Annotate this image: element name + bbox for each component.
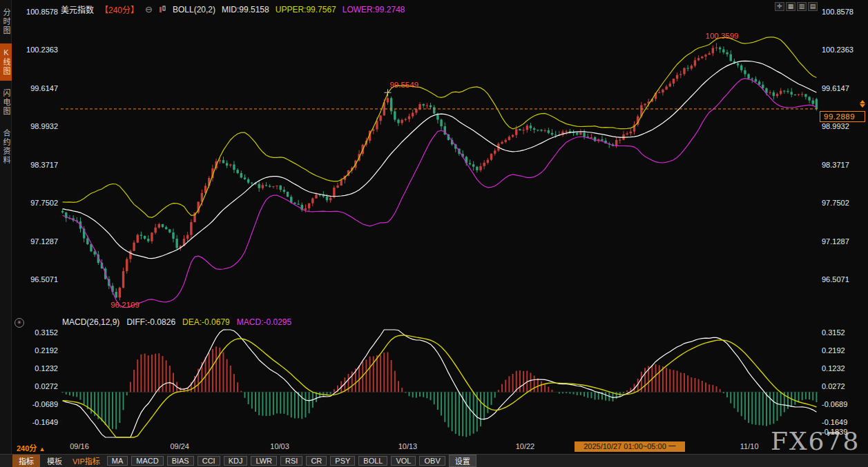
period-tag[interactable]: 【240分】 [100, 3, 139, 15]
macd-axis-label-left: 0.2192 [12, 346, 58, 355]
indicator-toolbar: 指标模板VIP指标MAMACDBIASCCIKDJLWRRSICRPSYBOLL… [0, 454, 868, 467]
date-label: 10/13 [398, 442, 418, 450]
macd-dea-value: DEA:-0.0679 [182, 317, 230, 327]
macd-diff-value: DIFF:-0.0826 [126, 317, 175, 327]
price-axis-label-left: 97.7502 [12, 199, 58, 207]
period-label: 240分 [17, 444, 37, 453]
price-axis-label-left: 99.6147 [12, 84, 58, 92]
swing-high-annotation: 99.5549 [389, 81, 418, 89]
collapse-icon[interactable]: ⊖ [145, 4, 153, 14]
sidebar-tab-3[interactable]: 闪电图 [0, 84, 12, 121]
indicator-lwr-button[interactable]: LWR [251, 456, 277, 466]
macd-axis-label-right: 0.1232 [822, 364, 866, 372]
price-axis-label-left: 100.2363 [12, 46, 58, 54]
indicator-flag-icon [159, 6, 166, 13]
crosshair-icon[interactable]: ✛ [775, 2, 784, 11]
indicator-kdj-button[interactable]: KDJ [224, 456, 248, 466]
macd-title: MACD(26,12,9) [62, 317, 119, 327]
chart-canvas[interactable] [0, 0, 868, 467]
date-highlight-badge: 2025/10/27 01:00~05:00 一 [575, 441, 685, 452]
macd-axis-label-right: -0.1839 [822, 428, 866, 436]
boll-mid-value: MID:99.5158 [222, 5, 269, 14]
macd-axis-label-left: 0.1232 [12, 364, 58, 372]
peak-high-annotation: 100.3599 [706, 32, 739, 40]
price-axis-label-left: 100.8578 [12, 8, 58, 16]
sidebar-tab-2[interactable]: K线图 [0, 43, 12, 81]
price-axis-label-right: 96.5071 [822, 275, 866, 284]
macd-axis-label-left: 0.3152 [12, 328, 58, 337]
period-indicator[interactable]: 240分 ▲ [17, 442, 45, 453]
price-axis-label-left: 96.5071 [12, 275, 58, 284]
date-label: 09/16 [70, 442, 89, 450]
price-axis-label-right: 98.3717 [822, 161, 866, 169]
grid-chart-icon[interactable]: ▦ [786, 2, 795, 11]
window-icons: ✛▦▥▤ [775, 2, 818, 11]
swing-low-annotation: 96.2109 [110, 301, 139, 309]
sidebar-tab-4[interactable]: 合约资料 [0, 124, 12, 170]
macd-axis-label-right: -0.1649 [822, 418, 866, 426]
symbol-name: 美元指数 [61, 3, 94, 15]
templates-button[interactable]: 模板 [44, 455, 66, 467]
boll-lower-value: LOWER:99.2748 [343, 5, 405, 14]
macd-settings-icon[interactable]: ✳ [15, 318, 24, 328]
price-axis-label-right: 100.2363 [822, 46, 866, 54]
macd-header: MACD(26,12,9) DIFF:-0.0826 DEA:-0.0679 M… [62, 317, 291, 327]
price-axis-label-right: 97.1287 [822, 237, 866, 246]
indicator-boll-button[interactable]: BOLL [358, 456, 387, 466]
macd-axis-label-right: 0.0272 [822, 382, 866, 390]
date-label: 11/10 [740, 442, 759, 450]
boll-label: BOLL(20,2) [173, 5, 215, 14]
period-arrow-icon: ▲ [39, 446, 45, 453]
date-label: 09/24 [170, 442, 189, 450]
macd-macd-value: MACD:-0.0295 [237, 317, 291, 327]
indicator-psy-button[interactable]: PSY [330, 456, 355, 466]
price-axis-label-right: 100.8578 [822, 8, 866, 16]
settings-button[interactable]: 设置 [449, 455, 476, 467]
price-axis-label-left: 97.1287 [12, 237, 58, 246]
indicators-button[interactable]: 指标 [12, 455, 40, 467]
date-label: 10/03 [270, 442, 289, 450]
indicator-bias-button[interactable]: BIAS [167, 456, 194, 466]
indicator-cci-button[interactable]: CCI [197, 456, 220, 466]
indicator-cr-button[interactable]: CR [306, 456, 327, 466]
macd-axis-label-right: 0.3152 [822, 328, 866, 337]
macd-axis-label-left: -0.1649 [12, 418, 58, 426]
macd-axis-label-right: -0.0689 [822, 400, 866, 408]
price-axis-label-left: 98.3717 [12, 161, 58, 169]
macd-axis-label-left: 0.0272 [12, 382, 58, 390]
app-root: 分时图K线图闪电图合约资料 美元指数 【240分】 ⊖ BOLL(20,2) M… [0, 0, 868, 467]
price-axis-label-right: 98.9932 [822, 122, 866, 130]
scroll-up-icon[interactable] [860, 100, 865, 103]
sidebar-tab-1[interactable]: 分时图 [0, 3, 12, 40]
vip-indicators-button[interactable]: VIP指标 [69, 455, 104, 467]
current-price-label: 99.2889 [820, 111, 865, 122]
layout-icon[interactable]: ▤ [808, 2, 818, 11]
price-axis-label-right: 97.7502 [822, 199, 866, 207]
boll-upper-value: UPPER:99.7567 [276, 5, 336, 14]
macd-axis-label-right: 0.2192 [822, 346, 866, 355]
indicator-rsi-button[interactable]: RSI [280, 456, 302, 466]
indicator-obv-button[interactable]: OBV [419, 456, 445, 466]
macd-axis-label-left: -0.0689 [12, 400, 58, 408]
price-scroll-arrows[interactable] [860, 99, 865, 108]
price-axis-label-left: 98.9932 [12, 122, 58, 130]
scroll-down-icon[interactable] [860, 104, 865, 108]
chart-header: 美元指数 【240分】 ⊖ BOLL(20,2) MID:99.5158 UPP… [61, 3, 405, 15]
sidebar: 分时图K线图闪电图合约资料 [0, 0, 12, 454]
indicator-macd-button[interactable]: MACD [131, 456, 163, 466]
price-axis-label-right: 99.6147 [822, 84, 866, 92]
bar-panel-icon[interactable]: ▥ [797, 2, 807, 11]
indicator-ma-button[interactable]: MA [107, 456, 128, 466]
indicator-vol-button[interactable]: VOL [391, 456, 416, 466]
date-label: 10/22 [516, 442, 535, 450]
